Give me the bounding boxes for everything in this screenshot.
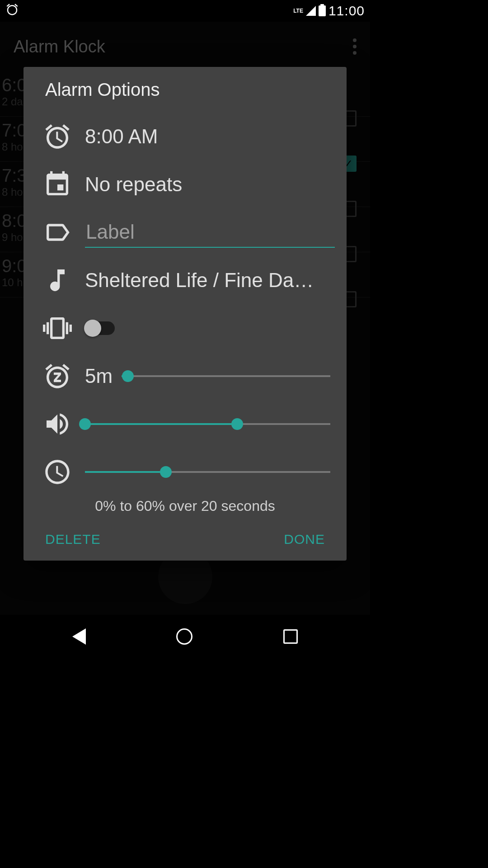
sound-row[interactable]: Sheltered Life / Fine Da… (23, 256, 347, 304)
vibrate-row (23, 304, 347, 352)
nav-recent-button[interactable] (283, 629, 298, 644)
signal-icon (306, 6, 316, 16)
battery-icon (319, 5, 326, 16)
repeat-row[interactable]: No repeats (23, 160, 347, 208)
snooze-value: 5m (85, 365, 113, 387)
status-bar: LTE 11:00 (0, 0, 370, 22)
label-input[interactable] (85, 217, 335, 248)
fade-caption: 0% to 60% over 20 seconds (40, 498, 330, 514)
music-note-icon (40, 263, 75, 298)
sound-value: Sheltered Life / Fine Da… (85, 269, 330, 292)
alarm-options-dialog: Alarm Options 8:00 AM No repeats Shelter… (23, 67, 347, 561)
nav-back-button[interactable] (72, 628, 86, 645)
nav-home-button[interactable] (176, 628, 192, 645)
volume-slider[interactable] (85, 415, 330, 433)
label-icon (40, 215, 75, 250)
snooze-icon (40, 359, 75, 394)
calendar-icon (40, 167, 75, 202)
delete-button[interactable]: DELETE (45, 532, 101, 547)
alarm-status-icon (5, 3, 19, 19)
fade-slider[interactable] (85, 463, 330, 481)
nav-bar (0, 615, 370, 658)
label-row (23, 208, 347, 256)
snooze-slider[interactable] (122, 367, 330, 385)
alarm-time-value: 8:00 AM (85, 125, 330, 148)
volume-icon (40, 406, 75, 442)
network-label: LTE (293, 8, 303, 14)
alarm-clock-icon (40, 119, 75, 154)
fade-row: 0% to 60% over 20 seconds (23, 448, 347, 521)
alarm-time-row[interactable]: 8:00 AM (23, 113, 347, 160)
vibrate-icon (40, 311, 75, 346)
dialog-title: Alarm Options (23, 67, 347, 113)
repeat-value: No repeats (85, 173, 330, 196)
clock-icon (40, 454, 75, 490)
volume-row (23, 400, 347, 448)
vibrate-toggle[interactable] (85, 321, 115, 335)
done-button[interactable]: DONE (284, 532, 325, 547)
snooze-row: 5m (23, 352, 347, 400)
status-time: 11:00 (328, 3, 365, 19)
